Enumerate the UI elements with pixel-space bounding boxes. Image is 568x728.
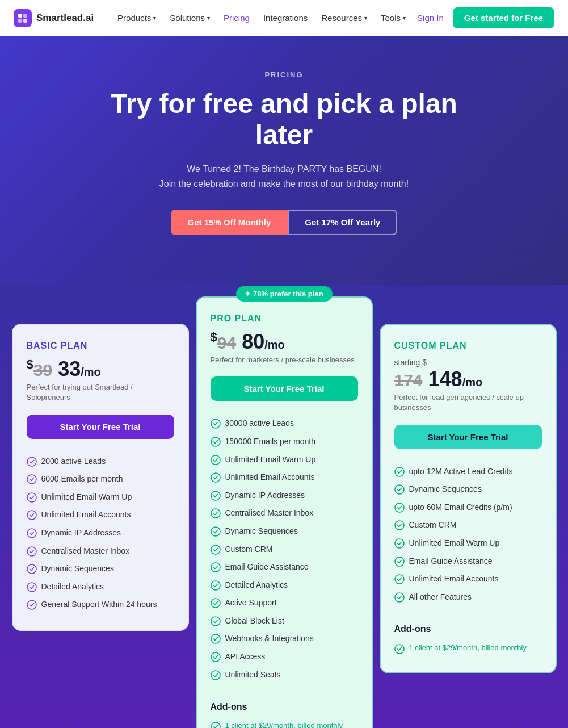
svg-point-17 xyxy=(211,491,220,500)
pro-plan-desc: Perfect for marketers / pre-scale busine… xyxy=(211,355,358,365)
svg-point-11 xyxy=(27,583,36,592)
check-icon xyxy=(27,546,37,557)
hero-eyebrow: PRICING xyxy=(11,70,557,79)
svg-point-6 xyxy=(27,493,36,502)
svg-point-32 xyxy=(395,521,404,530)
custom-addons-section: Add-ons 1 client at $29/month, billed mo… xyxy=(394,624,542,656)
svg-point-31 xyxy=(395,503,404,512)
svg-point-18 xyxy=(211,509,220,518)
svg-point-27 xyxy=(211,671,220,680)
check-icon xyxy=(394,467,405,477)
nav-item-integrations[interactable]: Integrations xyxy=(258,10,313,26)
check-icon xyxy=(211,616,221,626)
svg-point-36 xyxy=(395,593,404,602)
svg-point-26 xyxy=(211,652,220,662)
check-icon xyxy=(211,670,221,680)
svg-rect-0 xyxy=(18,14,22,18)
billing-toggle: Get 15% Off Monthly Get 17% Off Yearly xyxy=(11,210,557,235)
svg-point-14 xyxy=(211,437,220,446)
list-item: upto 60M Email Credits (p/m) xyxy=(394,499,542,517)
svg-point-15 xyxy=(211,455,220,465)
svg-point-9 xyxy=(27,547,36,556)
check-icon xyxy=(27,510,37,520)
list-item: Dynamic Sequences xyxy=(394,480,542,499)
logo-icon xyxy=(14,9,32,27)
pro-trial-button[interactable]: Start Your Free Trial xyxy=(211,376,358,401)
svg-point-7 xyxy=(27,511,36,520)
list-item: 6000 Emails per month xyxy=(27,470,174,488)
svg-point-16 xyxy=(211,473,220,482)
monthly-toggle-button[interactable]: Get 15% Off Monthly xyxy=(171,210,288,235)
basic-plan-name: BASIC PLAN xyxy=(27,341,174,351)
check-icon xyxy=(211,491,221,501)
get-started-button[interactable]: Get started for Free xyxy=(453,7,554,28)
nav-item-pricing[interactable]: Pricing xyxy=(218,10,255,26)
svg-point-22 xyxy=(211,581,220,590)
plans-wrapper: BASIC PLAN $39 33/mo Perfect for trying … xyxy=(12,285,557,728)
check-icon xyxy=(27,528,37,538)
list-item: 30000 active Leads xyxy=(211,415,358,433)
sign-in-button[interactable]: Sign In xyxy=(417,13,444,23)
list-item: 150000 Emails per month xyxy=(211,433,358,451)
custom-starting-label: starting $ xyxy=(394,358,542,367)
check-icon xyxy=(211,580,221,591)
list-item: upto 12M Active Lead Credits xyxy=(394,463,542,481)
navbar-right: Sign In Get started for Free xyxy=(417,7,554,28)
svg-point-33 xyxy=(395,539,404,548)
custom-plan-card: CUSTOM PLAN starting $ 174 148/mo Perfec… xyxy=(380,324,557,674)
check-icon xyxy=(394,503,405,513)
list-item: Unlimited Email Accounts xyxy=(211,468,358,487)
list-item: Email Guide Assistance xyxy=(211,558,358,576)
hero-section: PRICING Try for free and pick a plan lat… xyxy=(0,36,568,285)
logo-text: Smartlead.ai xyxy=(36,12,94,24)
yearly-toggle-button[interactable]: Get 17% Off Yearly xyxy=(288,210,397,235)
svg-point-4 xyxy=(27,457,36,466)
nav-item-tools[interactable]: Tools ▾ xyxy=(375,10,411,26)
check-icon xyxy=(394,592,405,603)
chevron-icon: ▾ xyxy=(364,15,367,21)
check-icon xyxy=(394,574,405,584)
check-icon xyxy=(211,472,221,483)
basic-plan-card: BASIC PLAN $39 33/mo Perfect for trying … xyxy=(12,324,189,631)
nav-links: Products ▾ Solutions ▾ Pricing Integrati… xyxy=(112,10,411,26)
list-item: Unlimited Email Warm Up xyxy=(394,534,542,553)
check-icon xyxy=(211,526,221,537)
check-icon xyxy=(27,457,37,467)
nav-item-solutions[interactable]: Solutions ▾ xyxy=(164,10,216,26)
basic-plan-price: $39 33/mo xyxy=(27,358,174,380)
custom-addon-item: 1 client at $29/month, billed monthly xyxy=(394,641,542,656)
svg-point-20 xyxy=(211,545,220,554)
nav-item-resources[interactable]: Resources ▾ xyxy=(315,10,373,26)
check-icon xyxy=(27,564,37,574)
navbar-logo[interactable]: Smartlead.ai xyxy=(14,9,94,27)
svg-rect-3 xyxy=(23,19,27,23)
list-item: Centralised Master Inbox xyxy=(211,504,358,522)
nav-item-products[interactable]: Products ▾ xyxy=(112,10,162,26)
list-item: API Access xyxy=(211,648,358,666)
svg-point-12 xyxy=(27,600,36,609)
pro-plan-name: PRO PLAN xyxy=(211,313,358,324)
hero-title: Try for free and pick a plan later xyxy=(86,88,483,150)
check-icon xyxy=(211,437,221,447)
custom-trial-button[interactable]: Start Your Free Trial xyxy=(394,425,542,449)
pro-features-list: 30000 active Leads 150000 Emails per mon… xyxy=(211,415,358,684)
check-icon xyxy=(394,557,405,567)
pro-addons-section: Add-ons 1 client at $29/month, billed mo… xyxy=(211,702,358,728)
check-icon xyxy=(211,545,221,555)
basic-trial-button[interactable]: Start Your Free Trial xyxy=(27,415,174,439)
check-icon xyxy=(211,562,221,572)
list-item: Detailed Analytics xyxy=(211,576,358,595)
list-item: All other Features xyxy=(394,588,542,606)
svg-point-24 xyxy=(211,617,220,626)
svg-point-10 xyxy=(27,564,36,574)
svg-point-5 xyxy=(27,475,36,484)
list-item: Unlimited Email Warm Up xyxy=(27,488,174,507)
svg-point-23 xyxy=(211,599,220,608)
basic-features-list: 2000 active Leads 6000 Emails per month … xyxy=(27,453,174,614)
pro-plan-card: ✦ 78% prefer this plan PRO PLAN $94 80/m… xyxy=(196,296,373,728)
check-icon xyxy=(27,492,37,503)
custom-addons-title: Add-ons xyxy=(394,624,542,634)
navbar-left: Smartlead.ai Products ▾ Solutions ▾ Pric… xyxy=(14,9,411,27)
basic-plan-desc: Perfect for trying out Smartlead / Solop… xyxy=(27,382,174,403)
custom-plan-desc: Perfect for lead gen agencies / scale up… xyxy=(394,392,542,413)
